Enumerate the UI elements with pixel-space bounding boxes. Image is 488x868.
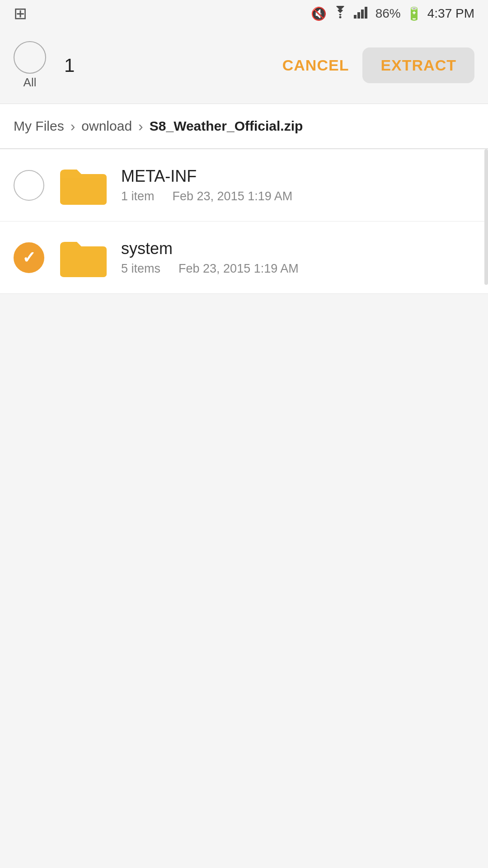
- breadcrumb-current: S8_Weather_Official.zip: [150, 118, 303, 134]
- battery-percentage: 86%: [375, 6, 401, 21]
- scrollbar[interactable]: [484, 149, 488, 285]
- file-list: META-INF 1 item Feb 23, 2015 1:19 AM sys…: [0, 149, 488, 294]
- select-all-label: All: [23, 75, 37, 90]
- breadcrumb: My Files › ownload › S8_Weather_Official…: [0, 104, 488, 149]
- file-info-system: system 5 items Feb 23, 2015 1:19 AM: [121, 239, 474, 276]
- select-all-wrapper[interactable]: All: [14, 41, 46, 90]
- svg-rect-1: [354, 15, 357, 19]
- file-meta-meta-inf: 1 item Feb 23, 2015 1:19 AM: [121, 189, 474, 203]
- file-name-meta-inf: META-INF: [121, 167, 474, 186]
- item-count-system: 5 items: [121, 262, 160, 276]
- select-all-checkbox[interactable]: [14, 41, 46, 74]
- action-buttons: CANCEL EXTRACT: [273, 47, 474, 83]
- breadcrumb-sep-2: ›: [138, 118, 143, 135]
- wifi-icon: [332, 6, 348, 22]
- item-date-meta-inf: Feb 23, 2015 1:19 AM: [173, 189, 293, 203]
- selected-count: 1: [64, 55, 260, 76]
- cancel-button[interactable]: CANCEL: [273, 52, 358, 79]
- svg-rect-4: [365, 7, 367, 19]
- mute-icon: 🔇: [311, 6, 327, 21]
- file-meta-system: 5 items Feb 23, 2015 1:19 AM: [121, 262, 474, 276]
- status-bar: ⊞ 🔇 86% 🔋 4:37 PM: [0, 0, 488, 27]
- clock: 4:37 PM: [427, 6, 474, 21]
- breadcrumb-sep-1: ›: [70, 118, 75, 135]
- svg-point-0: [339, 16, 341, 18]
- folder-icon: [58, 165, 108, 206]
- list-item[interactable]: system 5 items Feb 23, 2015 1:19 AM: [0, 222, 488, 294]
- breadcrumb-myfiles[interactable]: My Files: [14, 118, 64, 134]
- breadcrumb-download[interactable]: ownload: [81, 118, 132, 134]
- status-bar-left: ⊞: [14, 0, 27, 27]
- extract-button[interactable]: EXTRACT: [362, 47, 474, 83]
- svg-rect-2: [357, 12, 360, 19]
- file-checkbox-system[interactable]: [14, 242, 44, 273]
- battery-icon: 🔋: [406, 6, 422, 21]
- action-bar: All 1 CANCEL EXTRACT: [0, 27, 488, 104]
- app-icon: ⊞: [14, 4, 27, 23]
- file-checkbox-meta-inf[interactable]: [14, 170, 44, 201]
- svg-rect-3: [361, 9, 364, 19]
- file-info-meta-inf: META-INF 1 item Feb 23, 2015 1:19 AM: [121, 167, 474, 203]
- item-date-system: Feb 23, 2015 1:19 AM: [178, 262, 299, 276]
- file-name-system: system: [121, 239, 474, 258]
- folder-icon: [58, 237, 108, 278]
- item-count-meta-inf: 1 item: [121, 189, 155, 203]
- status-icons: 🔇 86% 🔋 4:37 PM: [311, 6, 474, 22]
- list-item[interactable]: META-INF 1 item Feb 23, 2015 1:19 AM: [0, 149, 488, 222]
- signal-icon: [354, 6, 370, 22]
